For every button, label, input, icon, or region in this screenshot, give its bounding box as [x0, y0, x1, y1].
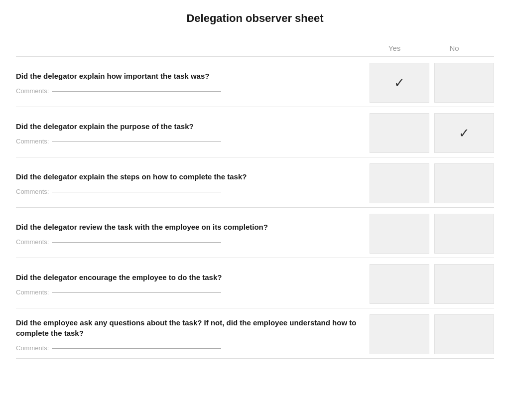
check-cells	[370, 314, 494, 354]
comments-row: Comments:	[16, 87, 360, 95]
comments-line	[52, 192, 221, 192]
comments-label: Comments:	[16, 188, 49, 195]
comments-row: Comments:	[16, 288, 360, 296]
question-text: Did the delegator explain the purpose of…	[16, 121, 360, 132]
yes-cell[interactable]	[370, 314, 429, 354]
no-cell[interactable]	[434, 264, 494, 304]
comments-label: Comments:	[16, 138, 49, 145]
comments-row: Comments:	[16, 238, 360, 246]
check-cells	[370, 163, 494, 203]
yes-cell[interactable]	[370, 214, 429, 254]
checkmark-icon: ✓	[394, 75, 405, 91]
table-row: Did the delegator review the task with t…	[16, 207, 494, 258]
check-cells: ✓	[370, 113, 494, 153]
question-text: Did the delegator explain how important …	[16, 71, 360, 81]
row-content: Did the delegator review the task with t…	[16, 214, 370, 254]
comments-label: Comments:	[16, 238, 49, 246]
question-text: Did the delegator review the task with t…	[16, 222, 360, 232]
no-cell[interactable]	[434, 163, 494, 203]
comments-line	[52, 292, 221, 293]
check-cells: ✓	[370, 63, 494, 103]
columns-header: Yes No	[16, 44, 484, 52]
comments-row: Comments:	[16, 138, 360, 145]
table-row: Did the delegator explain the steps on h…	[16, 157, 494, 207]
no-cell[interactable]	[434, 314, 494, 354]
comments-line	[52, 242, 221, 243]
yes-cell[interactable]: ✓	[370, 63, 429, 103]
no-cell[interactable]: ✓	[434, 113, 494, 153]
rows-container: Did the delegator explain how important …	[16, 56, 494, 359]
checkmark-icon: ✓	[459, 126, 470, 141]
comments-label: Comments:	[16, 288, 49, 296]
row-content: Did the employee ask any questions about…	[16, 314, 370, 354]
table-row: Did the delegator encourage the employee…	[16, 258, 494, 308]
yes-cell[interactable]	[370, 113, 429, 153]
row-content: Did the delegator explain how important …	[16, 63, 370, 103]
check-cells	[370, 264, 494, 304]
yes-cell[interactable]	[370, 163, 429, 203]
no-cell[interactable]	[434, 63, 494, 103]
no-column-header: No	[424, 44, 484, 52]
comments-label: Comments:	[16, 87, 49, 95]
table-row: Did the delegator explain the purpose of…	[16, 107, 494, 157]
comments-label: Comments:	[16, 344, 49, 352]
row-content: Did the delegator encourage the employee…	[16, 264, 370, 304]
yes-cell[interactable]	[370, 264, 429, 304]
page: Delegation observer sheet Yes No Did the…	[0, 0, 510, 420]
question-text: Did the delegator explain the steps on h…	[16, 171, 360, 182]
question-text: Did the delegator encourage the employee…	[16, 272, 360, 282]
no-cell[interactable]	[434, 214, 494, 254]
row-content: Did the delegator explain the steps on h…	[16, 163, 370, 203]
row-content: Did the delegator explain the purpose of…	[16, 113, 370, 153]
yes-column-header: Yes	[365, 44, 424, 52]
comments-row: Comments:	[16, 344, 360, 352]
check-cells	[370, 214, 494, 254]
comments-line	[52, 348, 221, 349]
comments-line	[52, 91, 221, 92]
comments-line	[52, 141, 221, 142]
table-row: Did the employee ask any questions about…	[16, 308, 494, 359]
page-title: Delegation observer sheet	[16, 12, 494, 29]
table-row: Did the delegator explain how important …	[16, 56, 494, 107]
comments-row: Comments:	[16, 188, 360, 195]
question-text: Did the employee ask any questions about…	[16, 317, 360, 338]
